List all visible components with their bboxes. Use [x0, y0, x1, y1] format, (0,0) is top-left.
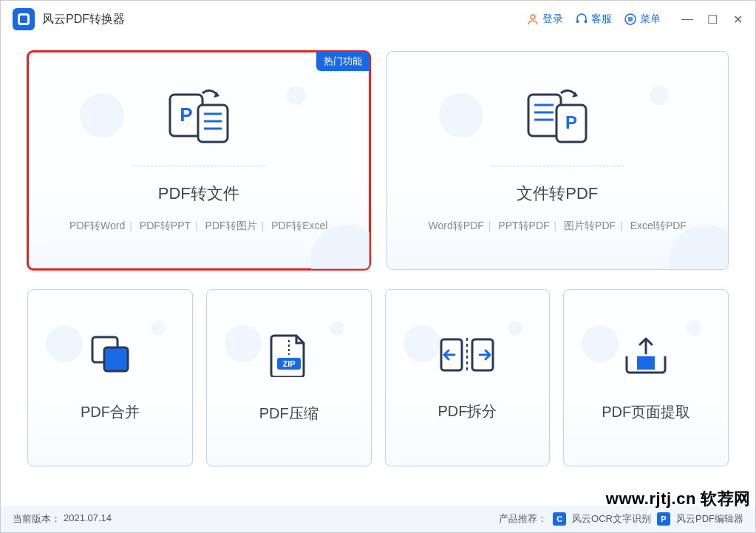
app-title: 风云PDF转换器 — [42, 12, 125, 27]
small-card-title: PDF拆分 — [437, 401, 497, 421]
opt[interactable]: Excel转PDF — [630, 220, 687, 231]
watermark: www.rjtj.cn 软荐网 — [606, 488, 751, 510]
support-button[interactable]: 客服 — [575, 13, 612, 26]
svg-rect-20 — [104, 347, 128, 371]
svg-text:P: P — [565, 112, 577, 132]
svg-rect-1 — [576, 20, 579, 23]
opt[interactable]: PDF转Excel — [271, 220, 327, 231]
svg-rect-27 — [637, 356, 655, 370]
recommend-editor-link[interactable]: 风云PDF编辑器 — [676, 512, 743, 526]
svg-rect-2 — [585, 20, 587, 23]
headset-icon — [575, 13, 588, 26]
editor-product-icon: P — [657, 512, 670, 526]
login-button[interactable]: 登录 — [526, 13, 563, 26]
opt[interactable]: PDF转PPT — [140, 220, 191, 231]
divider — [491, 166, 624, 166]
recommend-label: 产品推荐： — [499, 512, 547, 526]
user-icon — [526, 13, 539, 26]
card-pdf-compress[interactable]: ZIP PDF压缩 — [206, 289, 372, 466]
recommend-ocr-link[interactable]: 风云OCR文字识别 — [572, 512, 651, 526]
header-actions: 登录 客服 菜单 — ☐ ✕ — [526, 13, 743, 27]
merge-icon — [88, 334, 132, 378]
card-pdf-split[interactable]: PDF拆分 — [385, 289, 551, 466]
menu-button[interactable]: 菜单 — [624, 13, 661, 26]
small-card-title: PDF压缩 — [259, 404, 319, 424]
extract-icon — [622, 334, 670, 378]
divider — [132, 166, 265, 166]
compress-icon: ZIP — [268, 333, 310, 380]
support-label: 客服 — [591, 13, 612, 26]
login-label: 登录 — [542, 13, 563, 26]
hot-badge: 热门功能 — [316, 52, 370, 71]
split-icon — [438, 335, 496, 378]
svg-text:ZIP: ZIP — [282, 359, 295, 368]
card-file-to-pdf[interactable]: P 文件转PDF Word转PDF| PPT转PDF| 图片转PDF| Exce… — [386, 51, 729, 270]
card-title: PDF转文件 — [158, 183, 239, 205]
svg-text:P: P — [180, 103, 192, 126]
small-card-title: PDF页面提取 — [602, 402, 690, 422]
opt[interactable]: PPT转PDF — [498, 220, 549, 231]
svg-rect-9 — [198, 105, 228, 142]
app-logo-glyph — [18, 13, 30, 25]
menu-icon — [624, 13, 637, 26]
opt[interactable]: PDF转Word — [69, 220, 125, 231]
opt[interactable]: 图片转PDF — [564, 220, 616, 231]
card-title: 文件转PDF — [517, 183, 598, 205]
card-pdf-merge[interactable]: PDF合并 — [27, 289, 193, 466]
card-pdf-extract[interactable]: PDF页面提取 — [563, 289, 729, 466]
titlebar: 风云PDF转换器 登录 客服 菜单 — ☐ ✕ — [1, 1, 755, 38]
small-card-title: PDF合并 — [81, 402, 140, 422]
app-logo — [13, 8, 35, 30]
opt[interactable]: PDF转图片 — [205, 220, 257, 231]
menu-label: 菜单 — [640, 13, 661, 26]
window-controls: — ☐ ✕ — [681, 13, 743, 27]
top-cards-row: 热门功能 P PDF转文件 PDF转Word| PDF转PPT| PDF转 — [27, 51, 729, 270]
ocr-product-icon: C — [553, 512, 566, 526]
bottom-cards-row: PDF合并 ZIP PDF压缩 — [27, 289, 729, 466]
file-to-pdf-icon: P — [524, 89, 590, 149]
minimize-button[interactable]: — — [681, 13, 693, 27]
card-pdf-to-file[interactable]: 热门功能 P PDF转文件 PDF转Word| PDF转PPT| PDF转 — [27, 51, 370, 270]
pdf-to-file-icon: P — [166, 89, 232, 149]
version-value: 2021.07.14 — [64, 512, 112, 526]
maximize-button[interactable]: ☐ — [706, 13, 718, 27]
svg-point-0 — [531, 15, 535, 19]
sub-options: PDF转Word| PDF转PPT| PDF转图片| PDF转Excel — [69, 220, 327, 233]
sub-options: Word转PDF| PPT转PDF| 图片转PDF| Excel转PDF — [429, 220, 687, 233]
version-label: 当前版本： — [13, 512, 61, 526]
opt[interactable]: Word转PDF — [429, 220, 484, 231]
close-button[interactable]: ✕ — [732, 13, 743, 27]
main-area: 热门功能 P PDF转文件 PDF转Word| PDF转PPT| PDF转 — [1, 38, 755, 466]
